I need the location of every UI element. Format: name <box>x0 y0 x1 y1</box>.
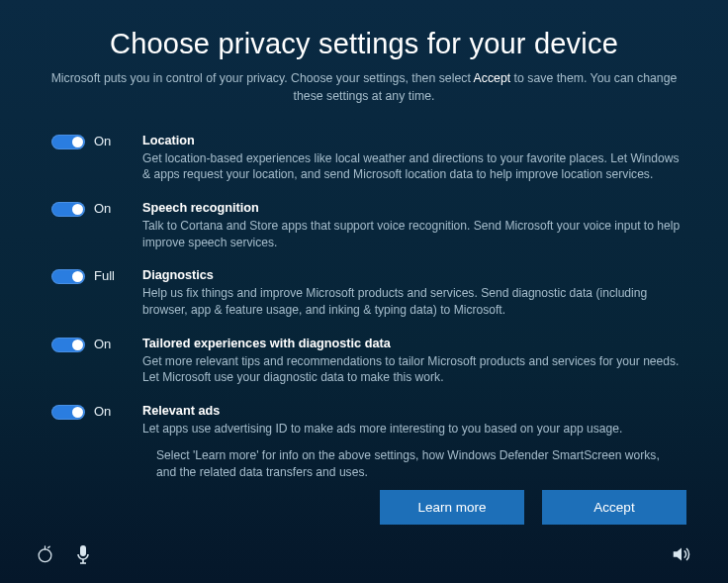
toggle-diagnostics-state: Full <box>94 268 115 283</box>
volume-icon[interactable] <box>671 551 692 568</box>
taskbar-right-icons <box>671 543 692 569</box>
svg-point-0 <box>39 549 51 562</box>
setting-title-location: Location <box>142 134 682 147</box>
page-title: Choose privacy settings for your device <box>38 28 690 60</box>
setting-desc-speech: Talk to Cortana and Store apps that supp… <box>142 218 682 250</box>
setting-desc-tailored: Get more relevant tips and recommendatio… <box>142 353 682 386</box>
toggle-tailored[interactable] <box>51 338 85 352</box>
setting-row-diagnostics: Full Diagnostics Help us fix things and … <box>51 268 682 318</box>
setting-title-ads: Relevant ads <box>142 404 682 418</box>
subtitle-accept-word: Accept <box>474 71 511 85</box>
toggle-speech[interactable] <box>51 202 85 217</box>
ease-of-access-icon[interactable] <box>36 545 54 568</box>
privacy-settings-list: On Location Get location-based experienc… <box>38 134 690 481</box>
setting-title-tailored: Tailored experiences with diagnostic dat… <box>142 337 682 350</box>
setting-row-ads: On Relevant ads Let apps use advertising… <box>51 404 682 437</box>
setting-row-speech: On Speech recognition Talk to Cortana an… <box>51 201 682 250</box>
setting-desc-ads: Let apps use advertising ID to make ads … <box>142 421 682 437</box>
setting-desc-location: Get location-based experiences like loca… <box>142 150 682 183</box>
toggle-location[interactable] <box>51 135 85 149</box>
toggle-location-state: On <box>94 134 111 148</box>
accept-button[interactable]: Accept <box>542 490 686 525</box>
toggle-ads[interactable] <box>51 405 85 420</box>
microphone-icon[interactable] <box>76 544 90 569</box>
toggle-diagnostics[interactable] <box>51 269 85 284</box>
action-buttons: Learn more Accept <box>380 490 686 525</box>
toggle-tailored-state: On <box>94 337 111 351</box>
setting-desc-diagnostics: Help us fix things and improve Microsoft… <box>142 285 682 318</box>
setting-row-tailored: On Tailored experiences with diagnostic … <box>51 337 682 386</box>
toggle-ads-state: On <box>94 404 111 419</box>
subtitle-text-before: Microsoft puts you in control of your pr… <box>51 71 474 85</box>
setting-title-speech: Speech recognition <box>142 201 682 215</box>
toggle-speech-state: On <box>94 201 111 216</box>
learn-more-button[interactable]: Learn more <box>380 490 524 525</box>
taskbar-left-icons <box>36 544 90 569</box>
svg-rect-1 <box>80 545 86 556</box>
page-subtitle: Microsoft puts you in control of your pr… <box>38 70 690 106</box>
oobe-privacy-screen: Choose privacy settings for your device … <box>0 0 728 583</box>
setting-row-location: On Location Get location-based experienc… <box>51 134 682 183</box>
settings-footnote: Select 'Learn more' for info on the abov… <box>51 447 682 480</box>
setting-title-diagnostics: Diagnostics <box>142 268 682 282</box>
